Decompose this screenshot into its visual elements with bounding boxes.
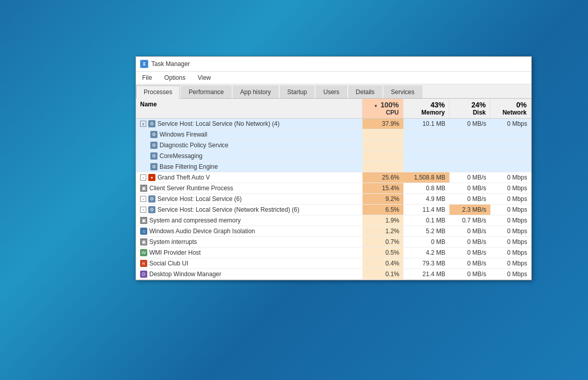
- table-row[interactable]: ∨ ⚙ Service Host: Local Service (No Netw…: [136, 119, 531, 129]
- row-disk: 0 MB/s: [449, 119, 490, 129]
- row-cpu: 9.2%: [363, 194, 403, 204]
- table-row[interactable]: W WMI Provider Host 0.5% 4.2 MB 0 MB/s 0…: [136, 248, 531, 258]
- table-header: Name ▼ 100% CPU 43% Memory 24% Disk 0% N…: [136, 99, 531, 119]
- row-memory: 0.8 MB: [403, 183, 449, 193]
- row-cpu: 1.9%: [363, 215, 403, 226]
- row-network: 0 Mbps: [490, 119, 531, 129]
- row-memory: [403, 162, 449, 172]
- window-title: Task Manager: [151, 60, 190, 68]
- row-disk: 0 MB/s: [449, 269, 490, 279]
- row-disk: 0 MB/s: [449, 237, 490, 247]
- tab-users[interactable]: Users: [315, 85, 347, 98]
- process-icon: ⚙: [150, 142, 157, 149]
- table-row[interactable]: ⚙ CoreMessaging: [136, 151, 531, 162]
- table-row[interactable]: ♫ Windows Audio Device Graph Isolation 1…: [136, 226, 531, 237]
- process-icon: ⚙: [148, 120, 155, 127]
- row-name: D Desktop Window Manager: [136, 269, 363, 279]
- row-memory: 1,508.8 MB: [403, 172, 449, 183]
- row-memory: 21.4 MB: [403, 269, 449, 279]
- process-icon: ⚙: [150, 131, 157, 138]
- table-row[interactable]: ▣ Client Server Runtime Process 15.4% 0.…: [136, 183, 531, 194]
- row-disk: 0 MB/s: [449, 248, 490, 258]
- row-network: 0 Mbps: [490, 237, 531, 247]
- expand-icon[interactable]: ›: [140, 174, 146, 181]
- row-network: [490, 140, 531, 150]
- tab-startup[interactable]: Startup: [280, 85, 315, 98]
- row-network: 0 Mbps: [490, 248, 531, 258]
- col-network[interactable]: 0% Network: [490, 99, 531, 118]
- row-cpu: 1.2%: [363, 226, 403, 236]
- table-row[interactable]: ⚙ Windows Firewall: [136, 129, 531, 140]
- table-row[interactable]: › ⚙ Service Host: Local Service (Network…: [136, 205, 531, 215]
- row-cpu: [363, 151, 403, 161]
- row-memory: 4.2 MB: [403, 248, 449, 258]
- row-network: [490, 151, 531, 161]
- table-row[interactable]: › ▼ Grand Theft Auto V 25.6% 1,508.8 MB …: [136, 172, 531, 183]
- menu-file[interactable]: File: [140, 73, 154, 83]
- title-bar: Task Manager: [136, 57, 531, 72]
- row-cpu: 0.5%: [363, 248, 403, 258]
- process-icon: ▼: [148, 174, 155, 181]
- row-memory: 10.1 MB: [403, 119, 449, 129]
- svg-rect-2: [143, 64, 145, 65]
- row-name: ⚙ Diagnostic Policy Service: [136, 140, 363, 150]
- row-network: 0 Mbps: [490, 205, 531, 215]
- process-icon: ♫: [140, 228, 147, 235]
- row-name: ⚙ Base Filtering Engine: [136, 162, 363, 172]
- table-row[interactable]: ▣ System and compressed memory 1.9% 0.1 …: [136, 215, 531, 226]
- process-icon: ▣: [140, 185, 147, 192]
- col-cpu[interactable]: ▼ 100% CPU: [363, 99, 403, 118]
- row-network: 0 Mbps: [490, 194, 531, 204]
- row-network: 0 Mbps: [490, 226, 531, 236]
- col-name[interactable]: Name: [136, 99, 363, 118]
- tab-app-history[interactable]: App history: [233, 85, 279, 98]
- task-manager-window: Task Manager File Options View Processes…: [135, 56, 532, 280]
- row-name: › ⚙ Service Host: Local Service (Network…: [136, 205, 363, 215]
- row-memory: [403, 129, 449, 140]
- row-disk: 2.3 MB/s: [449, 205, 490, 215]
- row-name: › ▼ Grand Theft Auto V: [136, 172, 363, 183]
- table-row[interactable]: ⚙ Diagnostic Policy Service: [136, 140, 531, 151]
- row-network: [490, 129, 531, 140]
- process-icon: ▣: [140, 238, 147, 245]
- row-cpu: [363, 129, 403, 140]
- tab-details[interactable]: Details: [348, 85, 382, 98]
- row-disk: [449, 151, 490, 161]
- row-network: 0 Mbps: [490, 172, 531, 183]
- row-memory: 79.3 MB: [403, 258, 449, 269]
- expand-icon[interactable]: ›: [140, 207, 146, 213]
- row-memory: 11.4 MB: [403, 205, 449, 215]
- menu-options[interactable]: Options: [162, 73, 187, 83]
- row-disk: 0 MB/s: [449, 183, 490, 193]
- menu-view[interactable]: View: [196, 73, 213, 83]
- expand-icon[interactable]: ∨: [140, 121, 146, 127]
- process-icon: ▣: [140, 217, 147, 224]
- row-disk: [449, 162, 490, 172]
- row-name: › ⚙ Service Host: Local Service (6): [136, 194, 363, 204]
- row-cpu: [363, 140, 403, 150]
- row-cpu: 25.6%: [363, 172, 403, 183]
- table-row[interactable]: R Social Club UI 0.4% 79.3 MB 0 MB/s 0 M…: [136, 258, 531, 269]
- row-cpu: 6.5%: [363, 205, 403, 215]
- row-memory: 4.9 MB: [403, 194, 449, 204]
- row-cpu: [363, 162, 403, 172]
- expand-icon[interactable]: ›: [140, 196, 146, 202]
- col-memory[interactable]: 43% Memory: [403, 99, 449, 118]
- row-network: 0 Mbps: [490, 183, 531, 193]
- process-icon: W: [140, 249, 147, 256]
- tab-services[interactable]: Services: [383, 85, 422, 98]
- col-disk[interactable]: 24% Disk: [449, 99, 490, 118]
- process-icon: ⚙: [148, 206, 155, 213]
- tab-processes[interactable]: Processes: [136, 85, 180, 99]
- menu-bar: File Options View: [136, 72, 531, 84]
- table-row[interactable]: ▣ System interrupts 0.7% 0 MB 0 MB/s 0 M…: [136, 237, 531, 248]
- row-cpu: 0.4%: [363, 258, 403, 269]
- table-row[interactable]: › ⚙ Service Host: Local Service (6) 9.2%…: [136, 194, 531, 205]
- table-row[interactable]: D Desktop Window Manager 0.1% 21.4 MB 0 …: [136, 269, 531, 280]
- row-network: 0 Mbps: [490, 269, 531, 279]
- table-row[interactable]: ⚙ Base Filtering Engine: [136, 162, 531, 172]
- row-cpu: 37.9%: [363, 119, 403, 129]
- tab-performance[interactable]: Performance: [181, 85, 232, 98]
- process-icon: ⚙: [148, 195, 155, 203]
- row-cpu: 15.4%: [363, 183, 403, 193]
